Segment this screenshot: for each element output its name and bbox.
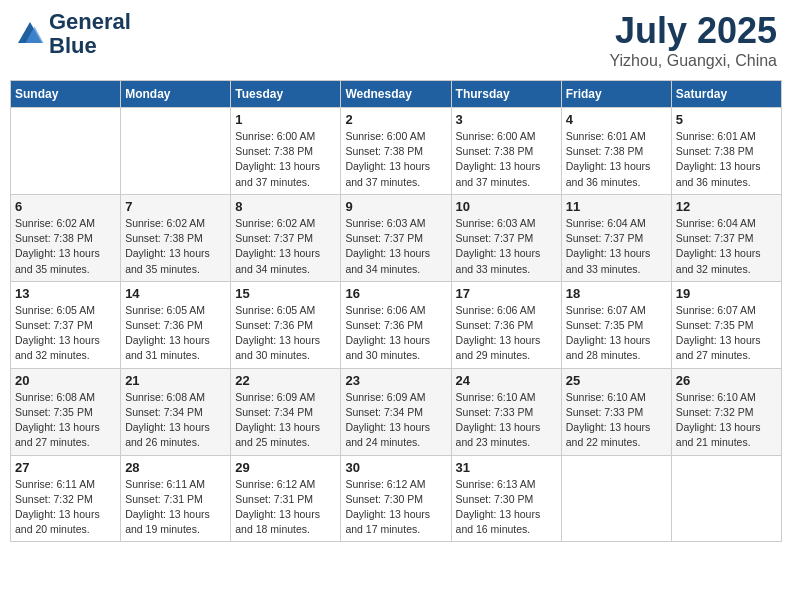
- day-info: Sunrise: 6:08 AM Sunset: 7:35 PM Dayligh…: [15, 390, 116, 451]
- day-number: 21: [125, 373, 226, 388]
- day-cell: 17Sunrise: 6:06 AM Sunset: 7:36 PM Dayli…: [451, 281, 561, 368]
- week-row-4: 27Sunrise: 6:11 AM Sunset: 7:32 PM Dayli…: [11, 455, 782, 542]
- day-info: Sunrise: 6:10 AM Sunset: 7:33 PM Dayligh…: [456, 390, 557, 451]
- day-number: 10: [456, 199, 557, 214]
- day-info: Sunrise: 6:01 AM Sunset: 7:38 PM Dayligh…: [566, 129, 667, 190]
- day-number: 13: [15, 286, 116, 301]
- day-cell: 27Sunrise: 6:11 AM Sunset: 7:32 PM Dayli…: [11, 455, 121, 542]
- title-block: July 2025 Yizhou, Guangxi, China: [609, 10, 777, 70]
- day-cell: 20Sunrise: 6:08 AM Sunset: 7:35 PM Dayli…: [11, 368, 121, 455]
- day-cell: [11, 108, 121, 195]
- day-cell: 25Sunrise: 6:10 AM Sunset: 7:33 PM Dayli…: [561, 368, 671, 455]
- day-cell: 23Sunrise: 6:09 AM Sunset: 7:34 PM Dayli…: [341, 368, 451, 455]
- day-info: Sunrise: 6:06 AM Sunset: 7:36 PM Dayligh…: [456, 303, 557, 364]
- weekday-header-sunday: Sunday: [11, 81, 121, 108]
- day-info: Sunrise: 6:07 AM Sunset: 7:35 PM Dayligh…: [676, 303, 777, 364]
- day-number: 25: [566, 373, 667, 388]
- day-number: 31: [456, 460, 557, 475]
- week-row-3: 20Sunrise: 6:08 AM Sunset: 7:35 PM Dayli…: [11, 368, 782, 455]
- day-info: Sunrise: 6:12 AM Sunset: 7:31 PM Dayligh…: [235, 477, 336, 538]
- day-info: Sunrise: 6:01 AM Sunset: 7:38 PM Dayligh…: [676, 129, 777, 190]
- day-info: Sunrise: 6:11 AM Sunset: 7:32 PM Dayligh…: [15, 477, 116, 538]
- day-number: 28: [125, 460, 226, 475]
- weekday-header-friday: Friday: [561, 81, 671, 108]
- day-info: Sunrise: 6:11 AM Sunset: 7:31 PM Dayligh…: [125, 477, 226, 538]
- location-title: Yizhou, Guangxi, China: [609, 52, 777, 70]
- calendar-table: SundayMondayTuesdayWednesdayThursdayFrid…: [10, 80, 782, 542]
- day-info: Sunrise: 6:06 AM Sunset: 7:36 PM Dayligh…: [345, 303, 446, 364]
- weekday-header-saturday: Saturday: [671, 81, 781, 108]
- day-info: Sunrise: 6:04 AM Sunset: 7:37 PM Dayligh…: [676, 216, 777, 277]
- day-cell: 2Sunrise: 6:00 AM Sunset: 7:38 PM Daylig…: [341, 108, 451, 195]
- day-number: 12: [676, 199, 777, 214]
- day-number: 11: [566, 199, 667, 214]
- day-info: Sunrise: 6:09 AM Sunset: 7:34 PM Dayligh…: [235, 390, 336, 451]
- day-number: 26: [676, 373, 777, 388]
- day-info: Sunrise: 6:00 AM Sunset: 7:38 PM Dayligh…: [235, 129, 336, 190]
- day-cell: 24Sunrise: 6:10 AM Sunset: 7:33 PM Dayli…: [451, 368, 561, 455]
- day-number: 22: [235, 373, 336, 388]
- logo-icon: [15, 19, 45, 49]
- logo: General Blue: [15, 10, 131, 58]
- day-number: 8: [235, 199, 336, 214]
- day-number: 6: [15, 199, 116, 214]
- day-number: 2: [345, 112, 446, 127]
- day-info: Sunrise: 6:13 AM Sunset: 7:30 PM Dayligh…: [456, 477, 557, 538]
- day-number: 23: [345, 373, 446, 388]
- day-info: Sunrise: 6:09 AM Sunset: 7:34 PM Dayligh…: [345, 390, 446, 451]
- day-cell: 26Sunrise: 6:10 AM Sunset: 7:32 PM Dayli…: [671, 368, 781, 455]
- day-info: Sunrise: 6:05 AM Sunset: 7:37 PM Dayligh…: [15, 303, 116, 364]
- day-info: Sunrise: 6:03 AM Sunset: 7:37 PM Dayligh…: [456, 216, 557, 277]
- day-cell: 21Sunrise: 6:08 AM Sunset: 7:34 PM Dayli…: [121, 368, 231, 455]
- day-number: 15: [235, 286, 336, 301]
- weekday-header-row: SundayMondayTuesdayWednesdayThursdayFrid…: [11, 81, 782, 108]
- weekday-header-monday: Monday: [121, 81, 231, 108]
- day-cell: 15Sunrise: 6:05 AM Sunset: 7:36 PM Dayli…: [231, 281, 341, 368]
- day-info: Sunrise: 6:12 AM Sunset: 7:30 PM Dayligh…: [345, 477, 446, 538]
- day-number: 24: [456, 373, 557, 388]
- day-info: Sunrise: 6:10 AM Sunset: 7:33 PM Dayligh…: [566, 390, 667, 451]
- day-cell: 31Sunrise: 6:13 AM Sunset: 7:30 PM Dayli…: [451, 455, 561, 542]
- day-number: 5: [676, 112, 777, 127]
- day-cell: 16Sunrise: 6:06 AM Sunset: 7:36 PM Dayli…: [341, 281, 451, 368]
- month-title: July 2025: [609, 10, 777, 52]
- week-row-0: 1Sunrise: 6:00 AM Sunset: 7:38 PM Daylig…: [11, 108, 782, 195]
- day-number: 30: [345, 460, 446, 475]
- day-cell: 22Sunrise: 6:09 AM Sunset: 7:34 PM Dayli…: [231, 368, 341, 455]
- day-cell: 13Sunrise: 6:05 AM Sunset: 7:37 PM Dayli…: [11, 281, 121, 368]
- day-number: 4: [566, 112, 667, 127]
- day-number: 29: [235, 460, 336, 475]
- day-number: 19: [676, 286, 777, 301]
- weekday-header-wednesday: Wednesday: [341, 81, 451, 108]
- day-cell: 30Sunrise: 6:12 AM Sunset: 7:30 PM Dayli…: [341, 455, 451, 542]
- weekday-header-tuesday: Tuesday: [231, 81, 341, 108]
- day-cell: 3Sunrise: 6:00 AM Sunset: 7:38 PM Daylig…: [451, 108, 561, 195]
- day-cell: 1Sunrise: 6:00 AM Sunset: 7:38 PM Daylig…: [231, 108, 341, 195]
- day-cell: 10Sunrise: 6:03 AM Sunset: 7:37 PM Dayli…: [451, 194, 561, 281]
- day-cell: 6Sunrise: 6:02 AM Sunset: 7:38 PM Daylig…: [11, 194, 121, 281]
- day-cell: 9Sunrise: 6:03 AM Sunset: 7:37 PM Daylig…: [341, 194, 451, 281]
- day-info: Sunrise: 6:02 AM Sunset: 7:38 PM Dayligh…: [125, 216, 226, 277]
- day-info: Sunrise: 6:02 AM Sunset: 7:37 PM Dayligh…: [235, 216, 336, 277]
- day-cell: [121, 108, 231, 195]
- day-info: Sunrise: 6:04 AM Sunset: 7:37 PM Dayligh…: [566, 216, 667, 277]
- day-cell: 4Sunrise: 6:01 AM Sunset: 7:38 PM Daylig…: [561, 108, 671, 195]
- day-number: 3: [456, 112, 557, 127]
- day-number: 27: [15, 460, 116, 475]
- day-number: 18: [566, 286, 667, 301]
- day-cell: 7Sunrise: 6:02 AM Sunset: 7:38 PM Daylig…: [121, 194, 231, 281]
- day-cell: [561, 455, 671, 542]
- day-info: Sunrise: 6:07 AM Sunset: 7:35 PM Dayligh…: [566, 303, 667, 364]
- day-number: 1: [235, 112, 336, 127]
- day-info: Sunrise: 6:05 AM Sunset: 7:36 PM Dayligh…: [125, 303, 226, 364]
- day-cell: 8Sunrise: 6:02 AM Sunset: 7:37 PM Daylig…: [231, 194, 341, 281]
- day-number: 9: [345, 199, 446, 214]
- day-cell: 18Sunrise: 6:07 AM Sunset: 7:35 PM Dayli…: [561, 281, 671, 368]
- day-number: 14: [125, 286, 226, 301]
- day-cell: [671, 455, 781, 542]
- day-cell: 5Sunrise: 6:01 AM Sunset: 7:38 PM Daylig…: [671, 108, 781, 195]
- day-cell: 28Sunrise: 6:11 AM Sunset: 7:31 PM Dayli…: [121, 455, 231, 542]
- day-info: Sunrise: 6:08 AM Sunset: 7:34 PM Dayligh…: [125, 390, 226, 451]
- day-info: Sunrise: 6:00 AM Sunset: 7:38 PM Dayligh…: [456, 129, 557, 190]
- day-number: 7: [125, 199, 226, 214]
